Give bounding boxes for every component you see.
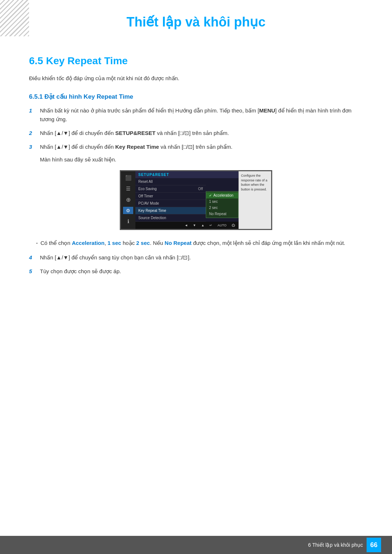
intro-text: Điều khiển tốc độ đáp ứng của một nút kh… xyxy=(29,74,363,83)
bottom-btn-enter: ↵ xyxy=(208,223,214,228)
monitor-container: ⬛ ☰ ⊕ ⚙ ℹ xyxy=(29,170,363,230)
bullet-item-1: • Có thể chọn Acceleration, 1 sec hoặc 2… xyxy=(36,239,363,247)
sidebar-icon-4: ⚙ xyxy=(123,207,133,214)
menu-item-source-detection: Source Detection xyxy=(135,214,206,222)
page-footer: 6 Thiết lập và khôi phục 66 xyxy=(0,536,392,554)
submenu-popup: ✔ Acceleration 1 sec 2 sec No Repeat xyxy=(206,191,238,218)
bullet-section: • Có thể chọn Acceleration, 1 sec hoặc 2… xyxy=(29,239,363,247)
step-2: 2 Nhấn [▲/▼] để di chuyển đến SETUP&RESE… xyxy=(29,129,363,138)
tooltip-text: Configure the response rate of a button … xyxy=(241,174,268,191)
steps-list: 1 Nhấn bất kỳ nút nào ở phía trước sản p… xyxy=(29,106,363,151)
bottom-btn-power: ⏻ xyxy=(230,223,236,228)
menu-item-eco-saving: Eco Saving Off xyxy=(135,185,206,193)
page-container: Thiết lập và khôi phục 6.5 Key Repeat Ti… xyxy=(0,0,392,554)
footer-chapter-text: 6 Thiết lập và khôi phục xyxy=(308,542,363,548)
sidebar-icon-3: ⊕ xyxy=(123,196,133,203)
subsection-title-text: Đặt cấu hình Key Repeat Time xyxy=(45,93,134,100)
monitor-bottom-bar: ◄ ▼ ▲ ↵ AUTO ⏻ xyxy=(135,222,238,229)
step-5-text: Tùy chọn được chọn sẽ được áp. xyxy=(40,267,363,276)
step-2-number: 2 xyxy=(29,129,37,138)
bottom-btn-up: ▲ xyxy=(200,223,206,228)
submenu-item-1sec: 1 sec xyxy=(206,198,238,205)
step-5: 5 Tùy chọn được chọn sẽ được áp. xyxy=(29,267,363,276)
step-1: 1 Nhấn bất kỳ nút nào ở phía trước sản p… xyxy=(29,106,363,124)
submenu-item-2sec: 2 sec xyxy=(206,205,238,211)
step-4-number: 4 xyxy=(29,253,37,262)
subsection-title: 6.5.1 Đặt cấu hình Key Repeat Time xyxy=(29,93,363,100)
monitor-menu-area: SETUP&RESET Reset All Eco Saving Off xyxy=(135,171,238,229)
steps-4-5-list: 4 Nhấn [▲/▼] để chuyển sang tùy chọn bạn… xyxy=(29,253,363,276)
menu-item-pc-av-mode: PC/AV Mode xyxy=(135,200,206,207)
bottom-btn-down: ▼ xyxy=(191,223,197,228)
section-title-text: Key Repeat Time xyxy=(46,55,128,66)
screen-appears-text: Màn hình sau đây sẽ xuất hiện. xyxy=(29,156,363,163)
sidebar-icon-1: ⬛ xyxy=(123,174,133,181)
content-area: 6.5 Key Repeat Time Điều khiển tốc độ đá… xyxy=(0,52,392,303)
step-5-number: 5 xyxy=(29,267,37,276)
menu-items-col: Reset All Eco Saving Off Off Timer xyxy=(135,178,206,222)
step-4-text: Nhấn [▲/▼] để chuyển sang tùy chọn bạn c… xyxy=(40,253,363,262)
page-title: Thiết lập và khôi phục xyxy=(22,11,370,30)
monitor-inner: ⬛ ☰ ⊕ ⚙ ℹ xyxy=(121,171,271,229)
step-1-number: 1 xyxy=(29,106,37,115)
step-3-number: 3 xyxy=(29,143,37,151)
sidebar-icon-2: ☰ xyxy=(123,185,133,192)
menu-header: SETUP&RESET xyxy=(135,171,238,178)
menu-item-key-repeat-time: Key Repeat Time xyxy=(135,207,206,214)
bullet-text: Có thể chọn Acceleration, 1 sec hoặc 2 s… xyxy=(41,239,346,247)
section-title: 6.5 Key Repeat Time xyxy=(29,55,363,67)
section-number: 6.5 xyxy=(29,55,43,66)
bottom-btn-auto: AUTO xyxy=(216,223,228,228)
header-stripe-decoration xyxy=(0,0,29,36)
monitor-sidebar: ⬛ ☰ ⊕ ⚙ ℹ xyxy=(121,171,135,229)
monitor-screen: ⬛ ☰ ⊕ ⚙ ℹ xyxy=(120,170,272,230)
step-4: 4 Nhấn [▲/▼] để chuyển sang tùy chọn bạn… xyxy=(29,253,363,262)
step-1-text: Nhấn bất kỳ nút nào ở phía trước sản phẩ… xyxy=(40,106,363,124)
menu-item-off-timer: Off Timer xyxy=(135,193,206,200)
header-area: Thiết lập và khôi phục xyxy=(0,0,392,52)
step-3: 3 Nhấn [▲/▼] để di chuyển đến Key Repeat… xyxy=(29,143,363,151)
footer-page-number: 66 xyxy=(367,538,381,552)
step-2-text: Nhấn [▲/▼] để di chuyển đến SETUP&RESET … xyxy=(40,129,363,138)
menu-item-reset-all: Reset All xyxy=(135,178,206,185)
bottom-btn-left: ◄ xyxy=(183,223,189,228)
submenu-item-acceleration: ✔ Acceleration xyxy=(206,192,238,198)
subsection-number: 6.5.1 xyxy=(29,93,43,100)
submenu-item-no-repeat: No Repeat xyxy=(206,211,238,217)
step-3-text: Nhấn [▲/▼] để di chuyển đến Key Repeat T… xyxy=(40,143,363,151)
bullet-dot: • xyxy=(36,241,38,246)
sidebar-icon-5: ℹ xyxy=(123,218,133,225)
monitor-tooltip: Configure the response rate of a button … xyxy=(238,171,271,229)
menu-content-row: Reset All Eco Saving Off Off Timer xyxy=(135,178,238,222)
